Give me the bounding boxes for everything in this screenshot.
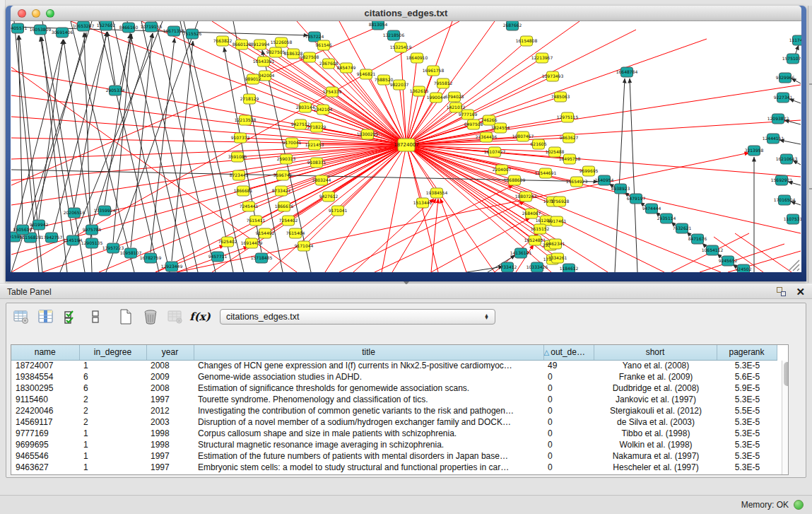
graph-edge[interactable] [431,199,438,272]
graph-edge[interactable] [30,33,86,232]
table-cell[interactable]: Jankovic et al. (1997) [594,394,717,405]
table-cell[interactable]: 2003 [146,416,194,428]
close-panel-icon[interactable]: ✕ [796,286,805,297]
graph-edge[interactable] [107,32,115,85]
table-cell[interactable]: Disruption of a novel member of a sodium… [194,416,543,428]
table-cell[interactable]: 9699695 [11,439,79,450]
column-header-short[interactable]: short [594,345,717,360]
table-cell[interactable]: 1 [79,439,146,450]
graph-edge[interactable] [84,33,92,272]
table-cell[interactable]: 1 [79,462,146,473]
table-cell[interactable]: 1 [79,428,146,439]
table-cell[interactable]: Genome-wide association studies in ADHD. [194,371,543,382]
table-cell[interactable]: 0 [543,450,594,462]
table-cell[interactable]: 1997 [146,462,194,473]
function-icon[interactable]: f(x) [191,308,209,326]
table-cell[interactable]: Franke et al. (2009) [594,371,717,382]
table-selector-dropdown[interactable]: citations_edges.txt ▲▼ [220,309,495,325]
network-canvas[interactable]: 9405571160538093069140610653287152760284… [11,21,801,272]
zoom-button[interactable] [46,9,54,18]
table-cell[interactable]: 5.9E-5 [717,382,777,394]
column-header-out-de-[interactable]: △out_de… [543,345,594,360]
table-cell[interactable]: Investigating the contribution of common… [194,405,543,416]
table-cell[interactable]: 6 [79,371,146,382]
table-cell[interactable]: Estimation of significance thresholds fo… [194,382,543,394]
table-cell[interactable]: 6 [79,382,146,394]
minimize-button[interactable] [32,9,40,18]
graph-edge[interactable] [151,38,175,252]
column-header-pagerank[interactable]: pagerank [717,345,777,360]
table-cell[interactable]: 0 [543,371,594,382]
table-cell[interactable]: 5.5E-5 [717,405,777,416]
table-cell[interactable]: Corpus callosum shape and size in male p… [194,428,543,439]
trash-icon[interactable] [141,308,160,326]
table-row[interactable]: 977716911998Corpus callosum shape and si… [11,428,777,439]
graph-edge[interactable] [127,21,187,272]
table-cell[interactable]: 18724007 [11,360,79,371]
table-cell[interactable]: 18300295 [11,382,79,394]
table-cell[interactable]: 9115460 [11,394,79,405]
table-row[interactable]: 1938455462009Genome-wide association stu… [11,371,777,382]
table-cell[interactable]: Wolkin et al. (1998) [594,439,717,450]
column-header-name[interactable]: name [11,345,79,360]
graph-edge[interactable] [440,199,466,272]
graph-edge[interactable] [71,21,134,272]
graph-edge[interactable] [106,21,198,272]
table-cell[interactable]: Tourette syndrome. Phenomenology and cla… [194,394,543,405]
table-cell[interactable]: 9777169 [11,428,79,439]
table-row[interactable]: 1456911722003Disruption of a novel membe… [11,416,777,428]
table-columns-icon[interactable] [37,308,55,326]
table-scrollbar[interactable] [782,361,789,475]
new-document-icon[interactable] [117,308,135,326]
column-header-year[interactable]: year [146,345,194,360]
table-settings-icon[interactable] [12,308,30,326]
table-cell[interactable]: 0 [543,382,594,394]
graph-edge[interactable] [399,85,406,145]
table-cell[interactable]: 22420046 [11,405,79,416]
table-cell[interactable]: Yano et al. (2008) [594,360,717,371]
table-cell[interactable]: 0 [543,439,594,450]
checklist-icon[interactable] [61,308,80,326]
table-cell[interactable]: 5.6E-5 [717,371,777,382]
column-header-title[interactable]: title [194,345,543,360]
table-cell[interactable]: 1998 [146,439,194,450]
table-cell[interactable]: Tibbo et al. (1998) [594,428,717,439]
graph-edge[interactable] [406,145,546,221]
table-cell[interactable]: 1997 [146,394,194,405]
table-cell[interactable]: 2 [79,394,146,405]
table-cell[interactable]: Estimation of the future numbers of pati… [194,450,543,462]
table-row[interactable]: 2242004622012Investigating the contribut… [11,405,777,416]
table-cell[interactable]: 2009 [146,371,194,382]
table-cell[interactable]: 5.3E-5 [717,428,777,439]
table-cell[interactable]: 5.3E-5 [717,394,777,405]
graph-edge[interactable] [172,41,193,261]
graph-edge[interactable] [264,62,406,145]
table-cell[interactable]: 2 [79,405,146,416]
table-cell[interactable]: 0 [543,462,594,473]
table-cell[interactable]: 1 [79,360,146,371]
table-cell[interactable]: 2 [79,416,146,428]
table-cell[interactable]: Hescheler et al. (1997) [594,462,717,473]
table-row[interactable]: 946362711997Embryonic stem cells: a mode… [11,462,777,473]
table-cell[interactable]: 14569117 [11,416,79,428]
table-row[interactable]: 969969511998Structural magnetic resonanc… [11,439,777,450]
table-cell[interactable]: Changes of HCN gene expression and I(f) … [194,360,543,371]
window-titlebar[interactable]: citations_edges.txt [11,6,801,21]
table-cell[interactable]: 1997 [146,450,194,462]
table-cell[interactable]: 2012 [146,405,194,416]
scrollbar-thumb[interactable] [784,362,789,386]
table-cell[interactable]: 0 [543,405,594,416]
table-cell[interactable]: 0 [543,416,594,428]
table-cell[interactable]: 49 [543,360,594,371]
graph-edge[interactable] [406,145,721,272]
table-cell[interactable]: 9463627 [11,462,79,473]
table-cell[interactable]: 0 [543,428,594,439]
graph-edge[interactable] [265,76,406,145]
table-cell[interactable]: Structural magnetic resonance image aver… [194,439,543,450]
table-cell[interactable]: Nakamura et al. (1997) [594,450,717,462]
table-cell[interactable]: 5.3E-5 [717,462,777,473]
column-header-in-degree[interactable]: in_degree [79,345,146,360]
graph-edge[interactable] [615,78,625,272]
table-cell[interactable]: 1 [79,450,146,462]
table-cell[interactable]: de Silva et al. (2003) [594,416,717,428]
